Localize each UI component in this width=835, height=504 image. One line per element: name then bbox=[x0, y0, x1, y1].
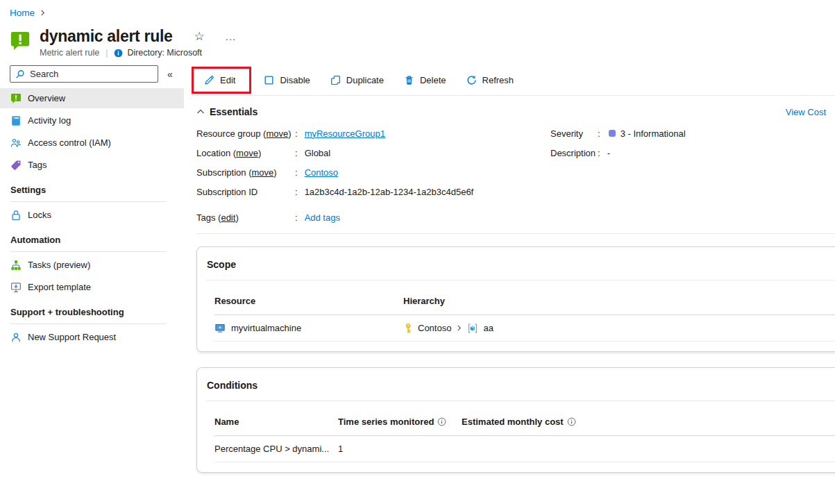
conditions-card: Conditions Name Time series monitored Es… bbox=[196, 367, 835, 473]
colon-separator: : bbox=[295, 128, 298, 139]
resource-group-icon bbox=[467, 323, 478, 334]
scope-card-title: Scope bbox=[197, 247, 835, 280]
divider bbox=[10, 201, 167, 202]
main-content: Edit Disable Duplicate Delete Refresh bbox=[192, 65, 835, 473]
page-title: dynamic alert rule bbox=[40, 27, 172, 46]
conditions-table-row[interactable]: Percentage CPU > dynami... 1 bbox=[214, 436, 835, 462]
description-value: - bbox=[607, 148, 610, 158]
sidebar-item-label: Export template bbox=[28, 282, 91, 292]
move-link[interactable]: move bbox=[251, 167, 273, 178]
move-link[interactable]: move bbox=[266, 128, 288, 139]
sidebar-item-label: Locks bbox=[28, 210, 51, 220]
info-icon[interactable] bbox=[437, 417, 446, 426]
sidebar-item-locks[interactable]: Locks bbox=[0, 205, 184, 225]
sidebar-item-label: Tasks (preview) bbox=[28, 260, 90, 270]
breadcrumb-home-link[interactable]: Home bbox=[10, 8, 35, 18]
divider bbox=[10, 251, 167, 252]
section-header: Settings bbox=[10, 185, 184, 195]
disable-button[interactable]: Disable bbox=[257, 71, 317, 90]
info-icon[interactable] bbox=[567, 417, 576, 426]
export-template-icon bbox=[10, 282, 22, 293]
sidebar-section-support: Support + troubleshooting New Support Re… bbox=[0, 307, 184, 347]
essentials-row-location: Location (move) : Global bbox=[196, 143, 550, 162]
tasks-flowchart-icon bbox=[10, 260, 22, 271]
sidebar-item-activity-log[interactable]: Activity log bbox=[0, 110, 184, 131]
colon-separator: : bbox=[295, 212, 298, 223]
colon-separator: : bbox=[598, 148, 600, 158]
chevron-right-icon bbox=[456, 325, 462, 331]
colon-separator: : bbox=[295, 167, 298, 178]
column-header-time-series: Time series monitored bbox=[338, 417, 462, 427]
essentials-row-severity: Severity : 3 - Informational bbox=[550, 124, 835, 143]
resource-name-link[interactable]: myvirtualmachine bbox=[231, 323, 301, 333]
chevron-up-icon bbox=[196, 108, 205, 116]
scope-table-header: Resource Hierarchy bbox=[214, 280, 835, 315]
add-tags-link[interactable]: Add tags bbox=[305, 212, 340, 223]
colon-separator: : bbox=[295, 148, 298, 158]
support-person-icon bbox=[10, 332, 22, 343]
command-bar: Edit Disable Duplicate Delete Refresh bbox=[192, 65, 835, 96]
sidebar-collapse-icon[interactable]: « bbox=[167, 69, 173, 80]
essentials-row-subscription: Subscription (move) : Contoso bbox=[196, 162, 550, 182]
sidebar-item-label: New Support Request bbox=[28, 332, 116, 342]
duplicate-button[interactable]: Duplicate bbox=[323, 71, 391, 90]
conditions-card-title: Conditions bbox=[197, 368, 835, 401]
sidebar-item-label: Overview bbox=[28, 93, 65, 103]
scope-card: Scope Resource Hierarchy myvirtualmachin… bbox=[196, 246, 835, 352]
column-header-name: Name bbox=[214, 417, 338, 427]
sidebar-search-input[interactable] bbox=[30, 69, 153, 79]
colon-separator: : bbox=[295, 187, 298, 197]
divider bbox=[10, 324, 167, 324]
edit-button[interactable]: Edit bbox=[197, 71, 242, 90]
lock-icon bbox=[10, 210, 22, 221]
sidebar-section-automation: Automation Tasks (preview) Export templa… bbox=[0, 235, 184, 297]
sidebar-item-new-support-request[interactable]: New Support Request bbox=[0, 327, 184, 347]
breadcrumb: Home bbox=[0, 0, 835, 18]
favorite-star-icon[interactable]: ☆ bbox=[194, 29, 204, 44]
condition-name: Percentage CPU > dynami... bbox=[214, 444, 338, 454]
edit-tags-link[interactable]: edit bbox=[221, 212, 235, 223]
hierarchy-resource-group-name: aa bbox=[483, 323, 493, 333]
trash-icon bbox=[404, 75, 414, 85]
sidebar-search-box[interactable] bbox=[10, 65, 158, 83]
column-header-hierarchy: Hierarchy bbox=[403, 296, 835, 306]
sidebar-item-access-control[interactable]: Access control (IAM) bbox=[0, 133, 184, 153]
subscription-key-icon bbox=[403, 323, 413, 334]
essentials-row-tags: Tags (edit) : Add tags bbox=[196, 208, 835, 227]
essentials-row-resource-group: Resource group (move) : myResourceGroup1 bbox=[196, 124, 550, 143]
more-options-icon[interactable]: ... bbox=[226, 31, 237, 42]
severity-color-dot bbox=[609, 130, 616, 137]
virtual-machine-icon bbox=[214, 323, 226, 334]
delete-button[interactable]: Delete bbox=[397, 71, 453, 90]
essentials-collapse-toggle[interactable]: Essentials bbox=[196, 106, 258, 117]
move-link[interactable]: move bbox=[236, 148, 258, 158]
sidebar-item-label: Access control (IAM) bbox=[28, 137, 111, 148]
sidebar-item-tasks[interactable]: Tasks (preview) bbox=[0, 255, 184, 275]
sidebar: « Overview Activity log Access control (… bbox=[0, 65, 184, 349]
column-header-cost: Estimated monthly cost bbox=[462, 417, 835, 427]
activity-log-icon bbox=[10, 115, 22, 126]
tag-icon bbox=[10, 160, 22, 171]
sidebar-item-tags[interactable]: Tags bbox=[0, 155, 184, 175]
sidebar-item-label: Tags bbox=[28, 160, 47, 170]
subscription-link[interactable]: Contoso bbox=[305, 167, 338, 178]
directory-label: Directory: Microsoft bbox=[114, 48, 202, 58]
resource-type-label: Metric alert rule bbox=[40, 48, 99, 58]
subtitle-divider: | bbox=[106, 48, 108, 58]
metric-alert-icon bbox=[10, 31, 31, 51]
view-cost-link[interactable]: View Cost bbox=[786, 107, 826, 117]
refresh-button[interactable]: Refresh bbox=[459, 71, 521, 90]
conditions-table-header: Name Time series monitored Estimated mon… bbox=[214, 401, 835, 436]
hierarchy-subscription-name: Contoso bbox=[418, 323, 451, 333]
access-control-icon bbox=[10, 137, 22, 149]
edit-highlight-annotation: Edit bbox=[192, 67, 251, 94]
chevron-right-icon bbox=[40, 10, 46, 16]
sidebar-section-settings: Settings Locks bbox=[0, 185, 184, 225]
condition-time-series-value: 1 bbox=[338, 444, 462, 454]
sidebar-item-export-template[interactable]: Export template bbox=[0, 277, 184, 297]
sidebar-item-label: Activity log bbox=[28, 115, 71, 126]
duplicate-copy-icon bbox=[330, 75, 341, 85]
sidebar-item-overview[interactable]: Overview bbox=[0, 88, 184, 108]
resource-group-link[interactable]: myResourceGroup1 bbox=[305, 128, 385, 139]
scope-table-row[interactable]: myvirtualmachine Contoso aa bbox=[214, 315, 835, 342]
